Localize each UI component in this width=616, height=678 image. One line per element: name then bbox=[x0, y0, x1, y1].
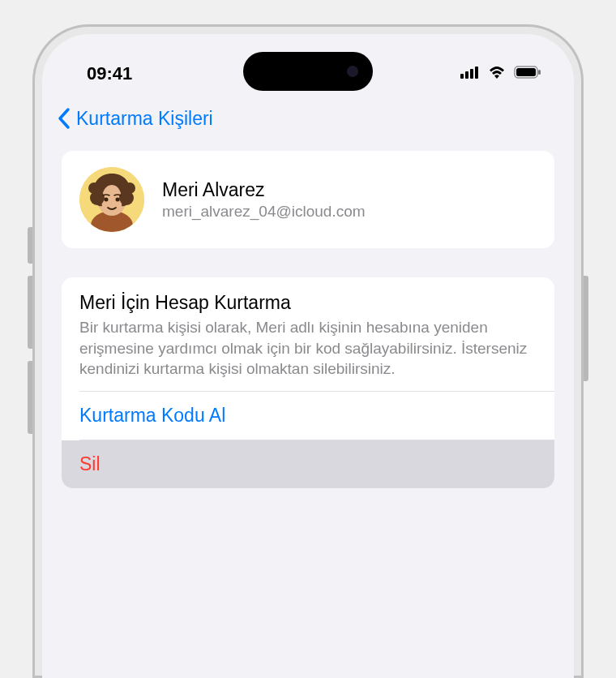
svg-rect-1 bbox=[465, 71, 468, 79]
remove-button[interactable]: Sil bbox=[62, 440, 554, 488]
svg-rect-2 bbox=[470, 69, 473, 79]
nav-bar: Kurtarma Kişileri bbox=[42, 99, 574, 143]
svg-rect-6 bbox=[538, 70, 541, 75]
contact-info: Meri Alvarez meri_alvarez_04@icloud.com bbox=[162, 179, 366, 221]
svg-rect-5 bbox=[516, 68, 536, 76]
section-header: Meri İçin Hesap Kurtarma Bir kurtarma ki… bbox=[62, 277, 554, 391]
contact-name: Meri Alvarez bbox=[162, 179, 366, 201]
svg-point-15 bbox=[116, 198, 120, 202]
phone-frame: 09:41 Kurtarma Kişileri bbox=[32, 24, 584, 678]
dynamic-island bbox=[243, 52, 373, 91]
svg-rect-3 bbox=[475, 67, 478, 79]
get-recovery-code-button[interactable]: Kurtarma Kodu Al bbox=[62, 392, 554, 440]
power-button bbox=[584, 276, 588, 381]
contact-row[interactable]: Meri Alvarez meri_alvarez_04@icloud.com bbox=[62, 151, 554, 248]
svg-point-14 bbox=[105, 198, 109, 202]
volume-button bbox=[28, 361, 32, 434]
contact-card: Meri Alvarez meri_alvarez_04@icloud.com bbox=[62, 151, 554, 248]
svg-point-12 bbox=[88, 182, 100, 194]
screen: 09:41 Kurtarma Kişileri bbox=[42, 34, 574, 678]
section-description: Bir kurtarma kişisi olarak, Meri adlı ki… bbox=[79, 317, 537, 380]
svg-point-13 bbox=[124, 182, 135, 194]
avatar bbox=[79, 167, 144, 232]
svg-rect-0 bbox=[460, 74, 464, 79]
cellular-icon bbox=[460, 66, 480, 82]
back-chevron-icon[interactable] bbox=[57, 107, 71, 130]
status-time: 09:41 bbox=[87, 63, 132, 84]
nav-back-label[interactable]: Kurtarma Kişileri bbox=[76, 108, 213, 130]
recovery-section: Meri İçin Hesap Kurtarma Bir kurtarma ki… bbox=[62, 277, 554, 488]
contact-email: meri_alvarez_04@icloud.com bbox=[162, 203, 366, 221]
status-icons bbox=[460, 65, 541, 83]
battery-icon bbox=[514, 66, 541, 82]
section-title: Meri İçin Hesap Kurtarma bbox=[79, 292, 537, 314]
wifi-icon bbox=[487, 65, 507, 83]
